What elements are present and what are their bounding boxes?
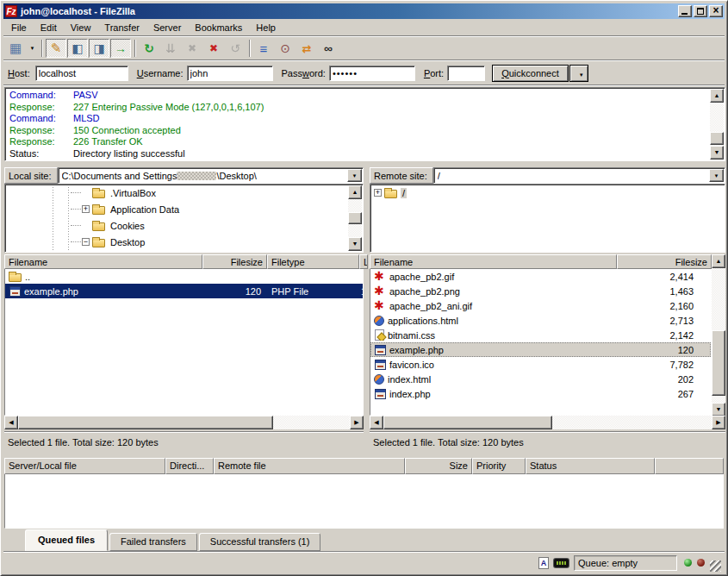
tree-item[interactable]: .VirtualBox [5, 185, 363, 201]
file-row[interactable]: apache_pb2_ani.gif 2,160 [370, 298, 711, 313]
password-input[interactable] [329, 66, 415, 81]
scrollbar-thumb[interactable] [348, 212, 362, 224]
close-button[interactable]: × [709, 5, 723, 17]
scrollbar-thumb[interactable] [383, 416, 552, 429]
scroll-down-icon[interactable]: ▼ [710, 146, 724, 160]
queue-tab[interactable]: Failed transfers [109, 533, 197, 551]
local-directory-tree: .VirtualBox Application Data Cookies Des… [4, 184, 364, 253]
quickconnect-dropdown[interactable] [569, 65, 588, 82]
cancel-operation-button[interactable] [182, 39, 202, 58]
maximize-button[interactable] [694, 5, 707, 17]
column-header[interactable]: Filesize [617, 254, 712, 269]
scroll-down-icon[interactable]: ▼ [348, 237, 362, 251]
site-manager-dropdown[interactable] [27, 39, 38, 58]
folder-icon [92, 206, 105, 215]
file-row[interactable]: index.php 267 [370, 386, 711, 401]
queue-column-header[interactable]: Priority [472, 458, 526, 474]
reconnect-button[interactable] [225, 39, 246, 58]
column-header[interactable]: L [359, 254, 368, 269]
disconnect-button[interactable] [203, 39, 224, 58]
file-row[interactable]: favicon.ico 7,782 [370, 357, 711, 372]
menu-item[interactable]: View [64, 21, 98, 34]
scroll-left-icon[interactable]: ◀ [4, 416, 18, 429]
host-input[interactable] [35, 66, 128, 81]
refresh-button[interactable] [139, 39, 159, 58]
username-input[interactable] [187, 66, 273, 81]
queue-column-header[interactable]: Status [526, 458, 655, 474]
queue-tab[interactable]: Successful transfers (1) [199, 533, 321, 551]
toggle-queue-button[interactable] [110, 39, 131, 58]
queue-column-header[interactable]: Directi... [165, 458, 214, 474]
menu-item[interactable]: Transfer [97, 21, 146, 34]
toggle-remote-tree-button[interactable] [89, 39, 109, 58]
process-queue-button[interactable] [160, 39, 181, 58]
find-files-button[interactable] [318, 39, 339, 58]
queue-column-header[interactable]: Size [405, 458, 472, 474]
toggle-local-tree-button[interactable] [67, 39, 88, 58]
remote-status-text: Selected 1 file. Total size: 120 bytes [370, 431, 725, 452]
column-header[interactable]: Filename [370, 254, 617, 269]
resize-grip[interactable] [710, 560, 721, 572]
expander-icon[interactable] [82, 205, 90, 213]
tree-item[interactable]: Cookies [5, 217, 363, 234]
separator[interactable] [249, 40, 251, 57]
file-row[interactable]: index.html 202 [370, 372, 711, 386]
toggle-message-log-button[interactable] [46, 39, 66, 58]
file-row[interactable]: bitnami.css 2,142 [370, 328, 711, 342]
scroll-down-icon[interactable]: ▼ [712, 403, 725, 416]
file-row[interactable]: .. [5, 269, 363, 284]
scroll-up-icon[interactable]: ▲ [348, 185, 362, 199]
separator[interactable] [41, 40, 43, 57]
remote-horizontal-scrollbar[interactable]: ◀ ▶ [370, 416, 725, 429]
combo-dropdown-icon[interactable]: ▼ [347, 169, 362, 182]
port-input[interactable] [447, 66, 485, 81]
tree-item[interactable]: / [370, 185, 725, 201]
local-tree-scrollbar[interactable]: ▲ ▼ [348, 185, 362, 251]
file-row[interactable]: example.php 120 PHP File 1 [5, 284, 363, 298]
remote-vertical-scrollbar[interactable]: ▲ ▼ [712, 254, 725, 416]
combo-dropdown-icon[interactable]: ▼ [709, 169, 724, 182]
queue-column-header[interactable]: Server/Local file [4, 458, 165, 474]
minimize-button[interactable] [678, 5, 692, 17]
queue-column-header[interactable] [655, 458, 724, 474]
column-header[interactable]: Filetype [267, 254, 359, 269]
tree-item[interactable]: Desktop [5, 234, 363, 250]
file-row[interactable]: apache_pb2.gif 2,414 [370, 269, 711, 284]
file-row[interactable]: example.php 120 [370, 342, 711, 357]
separator[interactable] [134, 40, 136, 57]
site-manager-button[interactable] [5, 39, 26, 58]
expander-icon[interactable] [82, 238, 90, 246]
scroll-right-icon[interactable]: ▶ [350, 416, 364, 429]
scrollbar-thumb[interactable] [18, 416, 273, 429]
column-header[interactable]: Filesize [202, 254, 267, 269]
log-scrollbar[interactable]: ▲ ▼ [710, 89, 724, 160]
titlebar[interactable]: Fz john@localhost - FileZilla × [3, 3, 725, 19]
menu-item[interactable]: Help [249, 21, 283, 34]
local-horizontal-scrollbar[interactable]: ◀ ▶ [4, 416, 364, 429]
scroll-up-icon[interactable]: ▲ [710, 89, 724, 103]
scrollbar-thumb[interactable] [712, 330, 725, 396]
filter-button[interactable] [253, 39, 274, 58]
file-row[interactable]: applications.html 2,713 [370, 313, 711, 328]
compare-directories-button[interactable] [275, 39, 296, 58]
menu-item[interactable]: File [4, 21, 34, 34]
menu-item[interactable]: Bookmarks [188, 21, 249, 34]
quickconnect-button[interactable]: Quickconnect [492, 65, 569, 82]
menu-item[interactable]: Server [146, 21, 188, 34]
expander-icon[interactable] [374, 189, 382, 197]
scroll-right-icon[interactable]: ▶ [712, 416, 725, 429]
menu-item[interactable]: Edit [34, 21, 64, 34]
queue-column-header[interactable]: Remote file [214, 458, 405, 474]
file-row[interactable]: apache_pb2.png 1,463 [370, 284, 711, 298]
scrollbar-thumb[interactable] [710, 132, 724, 145]
queue-tab[interactable]: Queued files [25, 529, 108, 551]
tree-item[interactable]: Application Data [5, 201, 363, 217]
column-header[interactable]: Filename [4, 254, 202, 269]
synchronized-browsing-button[interactable] [296, 39, 317, 58]
remote-site-combo[interactable]: / ▼ [433, 167, 725, 184]
filezilla-window: Fz john@localhost - FileZilla × FileEdit… [0, 0, 728, 576]
folder-icon [384, 190, 397, 198]
scroll-up-icon[interactable]: ▲ [712, 254, 725, 268]
scroll-left-icon[interactable]: ◀ [370, 416, 383, 429]
local-site-combo[interactable]: C:\Documents and Settings\Desktop\ ▼ [58, 167, 364, 184]
